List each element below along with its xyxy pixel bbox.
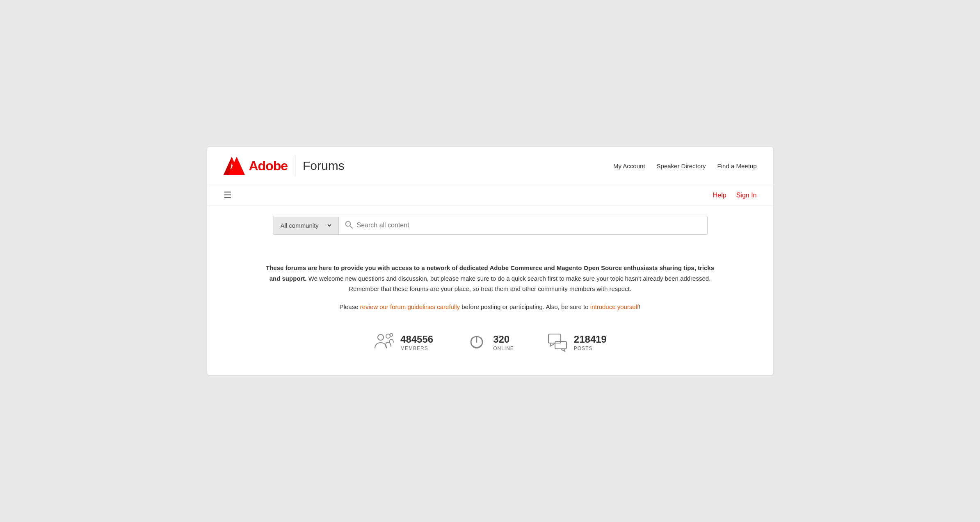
posts-label: POSTS (574, 346, 607, 351)
speaker-directory-link[interactable]: Speaker Directory (657, 163, 706, 169)
help-link[interactable]: Help (713, 192, 726, 199)
guidelines-text: Please review our forum guidelines caref… (240, 303, 740, 310)
search-bar: All community This community This catego… (273, 216, 708, 235)
online-label: ONLINE (493, 346, 514, 351)
adobe-logo: Adobe (224, 157, 288, 175)
main-container: Adobe Forums My Account Speaker Director… (207, 147, 773, 375)
logo-divider (295, 155, 295, 176)
search-input[interactable] (357, 222, 701, 229)
svg-point-6 (386, 334, 390, 338)
find-meetup-link[interactable]: Find a Meetup (717, 163, 757, 169)
stats-row: 484556 MEMBERS 320 ONLINE (240, 327, 740, 355)
signin-link[interactable]: Sign In (736, 192, 757, 199)
logo-area: Adobe Forums (224, 155, 345, 176)
posts-info: 218419 POSTS (574, 334, 607, 351)
guidelines-link[interactable]: review our forum guidelines carefully (360, 303, 460, 310)
content-section: These forums are here to provide you wit… (207, 246, 773, 375)
forums-title: Forums (303, 159, 345, 173)
posts-icon (547, 331, 568, 355)
members-label: MEMBERS (400, 346, 433, 351)
posts-stat: 218419 POSTS (547, 331, 607, 355)
posts-count: 218419 (574, 334, 607, 346)
search-icon (345, 220, 353, 230)
svg-point-7 (390, 333, 393, 336)
guidelines-middle: before posting or participating. Also, b… (460, 303, 590, 310)
my-account-link[interactable]: My Account (613, 163, 645, 169)
online-icon (466, 331, 487, 355)
toolbar: ☰ Help Sign In (207, 185, 773, 206)
online-stat: 320 ONLINE (466, 331, 514, 355)
introduce-link[interactable]: introduce yourself (590, 303, 639, 310)
header: Adobe Forums My Account Speaker Director… (207, 147, 773, 185)
adobe-icon (224, 157, 245, 175)
hamburger-menu-button[interactable]: ☰ (224, 191, 232, 200)
welcome-text: These forums are here to provide you wit… (265, 263, 716, 294)
online-count: 320 (493, 334, 514, 346)
members-count: 484556 (400, 334, 433, 346)
search-section: All community This community This catego… (207, 206, 773, 246)
toolbar-right: Help Sign In (713, 192, 757, 199)
welcome-secondary: We welcome new questions and discussion,… (307, 275, 711, 293)
members-stat: 484556 MEMBERS (373, 331, 433, 355)
guidelines-suffix: ! (639, 303, 640, 310)
search-input-area (339, 216, 707, 234)
adobe-brand-text: Adobe (249, 158, 288, 174)
header-nav: My Account Speaker Directory Find a Meet… (613, 163, 756, 169)
svg-line-4 (350, 226, 352, 228)
guidelines-prefix: Please (340, 303, 360, 310)
svg-point-5 (378, 334, 384, 340)
members-info: 484556 MEMBERS (400, 334, 433, 351)
search-scope-dropdown[interactable]: All community This community This catego… (273, 217, 339, 234)
search-scope-select[interactable]: All community This community This catego… (279, 222, 333, 229)
online-info: 320 ONLINE (493, 334, 514, 351)
members-icon (373, 331, 395, 355)
